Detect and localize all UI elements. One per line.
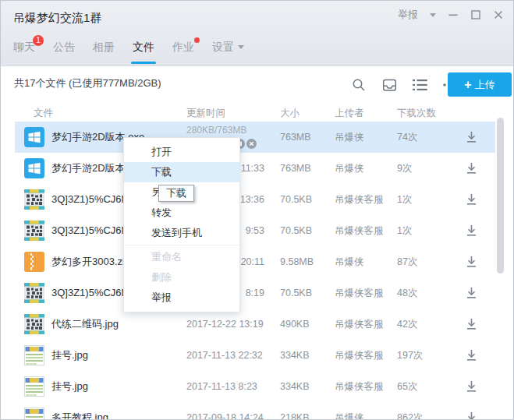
column-header: 下载次数 [397, 107, 436, 120]
qr-image-thumbnail [24, 283, 44, 303]
file-size: 490KB [280, 309, 330, 340]
notification-dot [194, 37, 200, 43]
qr-image-thumbnail [24, 189, 44, 210]
tab-label: 作业 [172, 41, 194, 53]
file-count-summary: 共17个文件 (已使用777MB/2GB) [14, 76, 161, 90]
upload-button-label: 上传 [475, 78, 495, 92]
list-view-icon[interactable] [411, 77, 428, 93]
download-icon[interactable] [465, 286, 479, 300]
menu-item-forward[interactable]: 转发 [124, 203, 239, 223]
download-count: 42次 [397, 309, 444, 340]
update-time: 2017-12-22 13:19 [186, 309, 264, 340]
file-row[interactable]: 多开教程.jpg2017-09-18 14:24218KB吊爆侠862次 [15, 402, 495, 420]
minimize-button[interactable] [448, 9, 459, 20]
uploader-name: 吊爆侠 [335, 153, 394, 184]
file-size: 70.5KB [280, 215, 330, 246]
download-count: 197次 [397, 340, 444, 371]
file-row[interactable]: 梦幻手游2D版本.exe280KB/763MB763MB吊爆侠74次 [15, 122, 495, 153]
uploader-name: 吊爆侠 [335, 402, 394, 420]
uploader-name: 吊爆侠客服 [335, 371, 394, 402]
download-count: 862次 [397, 402, 444, 420]
upload-button[interactable]: + 上传 [448, 72, 512, 97]
file-row[interactable]: 梦幻多开3003.zip20:119.58MB吊爆侠87次 [15, 246, 495, 277]
column-header: 文件 [34, 107, 53, 120]
download-count: 1次 [397, 184, 444, 215]
tab-files[interactable]: 文件 [133, 41, 154, 64]
file-name: 多开教程.jpg [51, 402, 183, 420]
jpg-image-thumbnail [24, 345, 44, 365]
tab-label: 文件 [133, 41, 154, 53]
download-progress-text: 280KB/763MB [186, 125, 246, 136]
update-time: 2017-11-13 8:23 [186, 371, 264, 402]
tab-label: 相册 [93, 41, 115, 53]
download-count: 9次 [397, 153, 444, 184]
file-name: 代练二维码.jpg [51, 309, 183, 340]
file-size: 218KB [280, 402, 330, 420]
download-icon[interactable] [465, 224, 479, 238]
tab-label: 公告 [53, 41, 75, 53]
download-icon[interactable] [465, 192, 479, 206]
file-size: 70.5KB [280, 277, 330, 309]
jpg-image-thumbnail [24, 408, 44, 420]
uploader-name: 吊爆侠客服 [335, 309, 394, 340]
download-icon[interactable] [465, 411, 479, 420]
file-size: 9.58MB [280, 246, 330, 277]
download-icon[interactable] [465, 130, 479, 144]
uploader-name: 吊爆侠客服 [335, 215, 394, 246]
file-size: 763MB [280, 122, 330, 153]
update-time: 2017-11-13 22:32 [186, 340, 264, 371]
menu-item-download[interactable]: 下载 [124, 162, 239, 182]
tab-announcement[interactable]: 公告 [53, 41, 75, 64]
unread-badge: 1 [33, 35, 44, 46]
column-header: 大小 [280, 107, 300, 120]
file-size: 334KB [280, 340, 330, 371]
menu-item-rename: 重命名 [124, 247, 239, 267]
cancel-icon[interactable] [246, 138, 257, 148]
search-icon[interactable] [350, 77, 367, 93]
chevron-down-icon[interactable] [430, 13, 436, 17]
download-count: 48次 [397, 277, 444, 309]
report-button[interactable]: 举报 [398, 8, 418, 22]
column-header: 更新时间 [186, 107, 225, 120]
close-button[interactable] [493, 9, 504, 20]
download-count: 1次 [397, 215, 444, 246]
scrollbar-thumb[interactable] [497, 118, 504, 274]
qr-image-thumbnail [24, 221, 44, 241]
file-row[interactable]: 代练二维码.jpg2017-12-22 13:19490KB吊爆侠客服42次 [15, 309, 495, 340]
uploader-name: 吊爆侠客服 [335, 340, 394, 371]
file-row[interactable]: 3Q]3Z1)5%CJ6N9:5370.5KB吊爆侠客服1次 [15, 215, 495, 246]
download-manager-icon[interactable] [381, 77, 398, 93]
maximize-button[interactable] [470, 9, 481, 20]
jpg-image-thumbnail [24, 376, 44, 397]
tab-homework[interactable]: 作业 [172, 41, 194, 64]
uploader-name: 吊爆侠 [335, 246, 394, 277]
menu-item-open[interactable]: 打开 [124, 142, 239, 162]
download-icon[interactable] [465, 348, 479, 362]
menu-item-report[interactable]: 举报 [124, 288, 239, 308]
download-icon[interactable] [465, 379, 479, 394]
window-controls: 举报 [398, 8, 504, 22]
file-row[interactable]: 梦幻手游2D版本.e11:33763MB吊爆侠9次 [15, 153, 495, 184]
column-header: 上传者 [335, 107, 364, 120]
window-header[interactable]: 吊爆梦幻交流1群 举报 聊天1公告相册文件作业设置 [1, 1, 513, 66]
tab-album[interactable]: 相册 [93, 41, 115, 64]
tab-settings[interactable]: 设置 [212, 41, 244, 64]
menu-item-send-to-phone[interactable]: 发送到手机 [124, 223, 239, 243]
file-row[interactable]: 3Q]3Z1)5%CJ6N8:1970.5KB吊爆侠客服48次 [15, 277, 495, 309]
file-row[interactable]: 挂号.jpg2017-11-13 8:23334KB吊爆侠客服65次 [15, 371, 495, 402]
group-file-manager-window: 吊爆梦幻交流1群 举报 聊天1公告相册文件作业设置 共17个文件 (已使用777… [0, 0, 514, 420]
menu-item-delete: 删除 [124, 267, 239, 288]
exe-icon [24, 127, 44, 147]
download-icon[interactable] [465, 317, 479, 331]
tab-bar: 聊天1公告相册文件作业设置 [13, 41, 244, 64]
tab-chat[interactable]: 聊天1 [13, 41, 35, 64]
tab-label: 聊天 [13, 41, 35, 53]
download-icon[interactable] [465, 161, 479, 175]
file-row[interactable]: 3Q]3Z1)5%CJ6N13:3670.5KB吊爆侠客服1次 [15, 184, 495, 215]
download-count: 65次 [397, 371, 444, 402]
plus-icon: + [464, 79, 471, 91]
download-icon[interactable] [465, 255, 479, 269]
context-menu: 打开下载另存为转发发送到手机重命名删除举报 [123, 137, 240, 312]
window-title: 吊爆梦幻交流1群 [13, 11, 101, 26]
file-row[interactable]: 挂号.jpg2017-11-13 22:32334KB吊爆侠客服197次 [15, 340, 495, 371]
